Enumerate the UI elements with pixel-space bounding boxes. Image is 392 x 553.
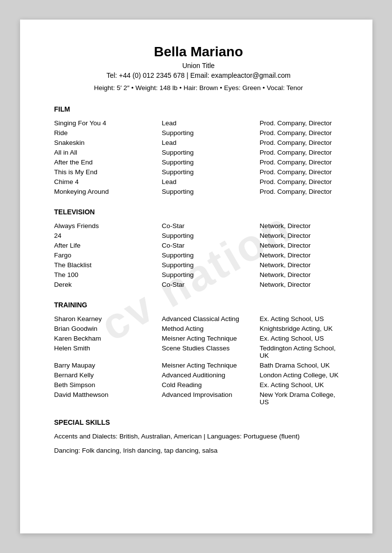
table-row: The 100SupportingNetwork, Director <box>54 270 343 279</box>
special-skills-section-title: SPECIAL SKILLS <box>54 418 343 426</box>
table-row: All in AllSupportingProd. Company, Direc… <box>54 147 343 157</box>
training-table: Sharon KearneyAdvanced Classical ActingE… <box>54 314 343 407</box>
training-section-title: TRAINING <box>54 301 343 309</box>
union-title: Union Title <box>54 62 343 69</box>
television-section-title: TELEVISION <box>54 208 343 216</box>
special-skills-line: Accents and Dialects: British, Australia… <box>54 431 343 442</box>
special-skills-line: Dancing: Folk dancing, Irish dancing, ta… <box>54 445 343 457</box>
film-table: Singing For You 4LeadProd. Company, Dire… <box>54 118 343 196</box>
table-row: Barry MaupayMeisner Acting TechniqueBath… <box>54 360 343 370</box>
table-row: After the EndSupportingProd. Company, Di… <box>54 157 343 167</box>
table-row: FargoSupportingNetwork, Director <box>54 250 343 260</box>
table-row: Helen SmithScene Studies ClassesTeddingt… <box>54 343 343 360</box>
table-row: Sharon KearneyAdvanced Classical ActingE… <box>54 314 343 323</box>
name: Bella Mariano <box>54 44 343 60</box>
table-row: 24SupportingNetwork, Director <box>54 230 343 240</box>
table-row: This is My EndSupportingProd. Company, D… <box>54 167 343 177</box>
physical-attributes: Height: 5′ 2″ • Weight: 148 lb • Hair: B… <box>54 84 343 92</box>
special-skills-content: Accents and Dialects: British, Australia… <box>54 431 343 457</box>
table-row: Karen BeckhamMeisner Acting TechniqueEx.… <box>54 333 343 343</box>
contact-info: Tel: +44 (0) 012 2345 678 | Email: examp… <box>54 71 343 79</box>
television-table: Always FriendsCo-StarNetwork, Director24… <box>54 221 343 289</box>
resume-page: cv nation Bella Mariano Union Title Tel:… <box>20 20 372 533</box>
table-row: Bernard KellyAdvanced AuditioningLondon … <box>54 370 343 380</box>
table-row: Monkeying AroundSupportingProd. Company,… <box>54 186 343 196</box>
table-row: RideSupportingProd. Company, Director <box>54 128 343 138</box>
table-row: Brian GoodwinMethod ActingKnightsbridge … <box>54 323 343 333</box>
table-row: Singing For You 4LeadProd. Company, Dire… <box>54 118 343 128</box>
table-row: Beth SimpsonCold ReadingEx. Acting Schoo… <box>54 380 343 390</box>
table-row: After LifeCo-StarNetwork, Director <box>54 240 343 250</box>
table-row: The BlacklistSupportingNetwork, Director <box>54 260 343 270</box>
table-row: Always FriendsCo-StarNetwork, Director <box>54 221 343 230</box>
film-section-title: FILM <box>54 105 343 113</box>
table-row: David MatthewsonAdvanced ImprovisationNe… <box>54 390 343 407</box>
table-row: DerekCo-StarNetwork, Director <box>54 279 343 289</box>
table-row: Chime 4LeadProd. Company, Director <box>54 177 343 186</box>
table-row: SnakeskinLeadProd. Company, Director <box>54 138 343 147</box>
